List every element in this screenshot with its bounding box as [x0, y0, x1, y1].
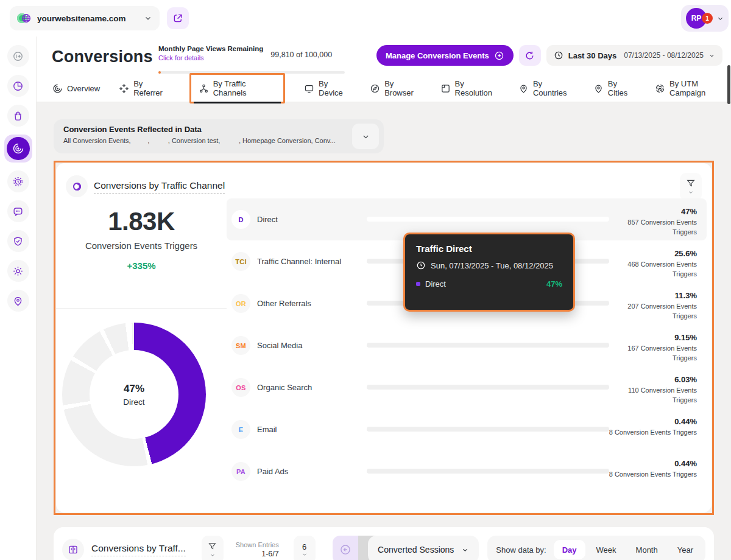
channel-label: Social Media: [257, 341, 302, 350]
channel-stats: 47% 857 Conversion Events Triggers: [606, 206, 697, 237]
page-size-select[interactable]: 6: [294, 536, 316, 560]
tooltip-title: Traffic Direct: [416, 243, 562, 254]
channel-stats: 9.15% 167 Conversion Events Triggers: [606, 332, 697, 363]
tab-by-resolution[interactable]: By Resolution: [440, 79, 500, 97]
chart-filter-button[interactable]: [680, 173, 702, 201]
chevron-down-icon: [302, 551, 308, 558]
channel-row-email[interactable]: E Email 0.44% 8 Conversion Events Trigge…: [227, 408, 707, 450]
conversion-events-banner: Conversion Events Reflected in Data All …: [54, 119, 384, 153]
channel-row-organic-search[interactable]: OS Organic Search 6.03% 110 Conversion E…: [227, 366, 707, 408]
tab-by-utm-campaign[interactable]: By UTM Campaign: [655, 79, 731, 97]
banner-subtitle: All Conversion Events, , , Conversion te…: [63, 137, 336, 144]
divider: [56, 308, 227, 309]
map-pin-icon: [12, 295, 24, 307]
channel-row-paid-ads[interactable]: PA Paid Ads 0.44% 8 Conversion Events Tr…: [227, 450, 707, 492]
channel-badge: TCI: [231, 252, 250, 271]
clock-icon: [416, 261, 426, 270]
channel-label: Email: [257, 425, 277, 434]
granularity-week[interactable]: Week: [588, 540, 625, 559]
resolution-icon: [440, 83, 451, 94]
sidebar-item-privacy[interactable]: [7, 230, 29, 252]
referrer-icon: [119, 83, 129, 94]
date-range-label: Last 30 Days: [568, 51, 617, 60]
sidebar-item-dashboard[interactable]: [7, 75, 29, 97]
granularity-month[interactable]: Month: [627, 540, 666, 559]
banner-title: Conversion Events Reflected in Data: [63, 125, 202, 134]
donut-center-label: 47% Direct: [90, 350, 178, 439]
traffic-channels-icon: [199, 83, 209, 94]
summary-stats: 1.83K Conversion Events Triggers +335%: [56, 207, 227, 271]
show-data-by-label: Show data by:: [496, 545, 546, 555]
manage-conversion-events-button[interactable]: Manage Conversion Events: [376, 45, 514, 66]
scrollbar-thumb[interactable]: [727, 65, 730, 104]
channel-bar: [367, 217, 609, 222]
channel-bar: [367, 343, 609, 348]
mpv-details-link[interactable]: Click for details: [158, 54, 263, 61]
table-filter-button[interactable]: [202, 536, 224, 560]
sidebar-item-conversions[interactable]: [4, 135, 32, 163]
pie-chart-icon: [12, 80, 24, 92]
tab-by-traffic-channels[interactable]: By Traffic Channels: [199, 79, 276, 97]
shopping-bag-icon: [12, 110, 24, 122]
tab-overview[interactable]: Overview: [52, 83, 100, 94]
sidebar-item-locations[interactable]: [7, 290, 29, 312]
total-conversions: 1.83K: [56, 207, 227, 236]
metric-select[interactable]: Converted Sessions: [368, 536, 479, 560]
sidebar-item-feedback[interactable]: [7, 200, 29, 222]
map-pin-icon: [593, 83, 604, 94]
banner-expand-button[interactable]: [352, 124, 379, 149]
mpv-value: 99,810 of 100,000: [270, 51, 332, 61]
channel-label: Paid Ads: [257, 467, 288, 476]
annotation-rect-chart-card: Conversions by Traffic Channel 1.83K Con…: [54, 161, 714, 515]
chevron-down-icon: [361, 132, 370, 141]
channel-bar: [367, 385, 609, 390]
monthly-page-views: Monthly Page Views Remaining Click for d…: [158, 45, 332, 61]
website-selector[interactable]: yourwebsitename.com: [10, 6, 160, 30]
granularity-year[interactable]: Year: [669, 540, 702, 559]
mpv-label: Monthly Page Views Remaining: [158, 45, 263, 52]
open-website-button[interactable]: [167, 7, 189, 29]
collapse-icon: [12, 51, 24, 62]
granularity-day[interactable]: Day: [554, 540, 585, 559]
tab-by-device[interactable]: By Device: [304, 79, 351, 97]
user-menu[interactable]: RP 1: [681, 5, 729, 32]
donut-chart[interactable]: 47% Direct: [62, 323, 206, 466]
channel-badge: OS: [231, 378, 250, 397]
clock-icon: [554, 51, 563, 60]
sidebar-item-session-recordings[interactable]: [7, 170, 29, 192]
date-range-picker[interactable]: Last 30 Days 07/13/2025 - 08/12/2025: [546, 45, 722, 66]
channel-label: Organic Search: [257, 383, 312, 392]
channel-label: Traffic Channel: Internal: [257, 257, 341, 266]
gear-icon: [12, 265, 24, 277]
tab-by-cities[interactable]: By Cities: [593, 79, 636, 97]
channel-stats: 11.3% 207 Conversion Events Triggers: [606, 290, 697, 321]
tab-by-referrer[interactable]: By Referrer: [119, 79, 170, 97]
tooltip-series-row: Direct 47%: [416, 279, 562, 289]
conversions-table-card: Conversions by Traff... Shown Entries 1-…: [54, 527, 714, 560]
sidebar-item-ecommerce[interactable]: [7, 105, 29, 127]
prev-page-button[interactable]: [333, 536, 358, 560]
tooltip-series-label: Direct: [425, 279, 446, 289]
table-icon: [62, 539, 84, 560]
sidebar-collapse-button[interactable]: [7, 45, 29, 67]
show-data-by-group: Show data by: Day Week Month Year: [487, 536, 705, 560]
channel-badge: D: [231, 210, 250, 229]
chart-tooltip: Traffic Direct Sun, 07/13/2025 - Tue, 08…: [403, 233, 575, 312]
sidebar-item-settings[interactable]: [7, 260, 29, 282]
report-tabs: Overview By Referrer By Traffic Channels…: [52, 74, 731, 102]
external-link-icon: [172, 13, 183, 24]
notification-badge: 1: [702, 13, 713, 24]
channel-bar: [367, 469, 609, 474]
channel-badge: E: [231, 420, 250, 439]
tab-by-countries[interactable]: By Countries: [518, 79, 574, 97]
chevron-down-icon: [688, 189, 694, 195]
page-header: Conversions Monthly Page Views Remaining…: [37, 37, 731, 102]
session-record-icon: [12, 176, 24, 187]
plus-circle-icon: [494, 51, 504, 61]
chevron-down-icon: [716, 15, 724, 23]
tab-by-browser[interactable]: By Browser: [370, 79, 421, 97]
refresh-button[interactable]: [519, 45, 541, 66]
channel-row-social-media[interactable]: SM Social Media 9.15% 167 Conversion Eve…: [227, 324, 707, 366]
donut-chart-icon: [66, 175, 88, 197]
channel-stats: 25.6% 468 Conversion Events Triggers: [606, 248, 697, 279]
